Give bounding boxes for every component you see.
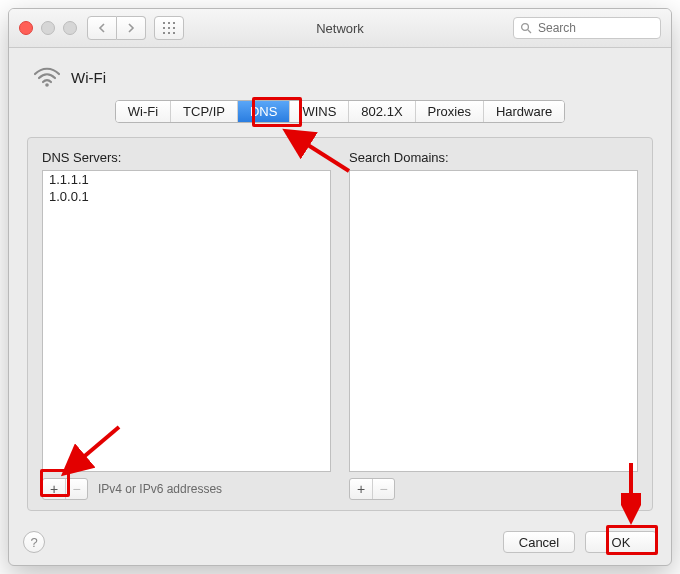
tab-bar: Wi-Fi TCP/IP DNS WINS 802.1X Proxies Har… (115, 100, 566, 123)
back-button[interactable] (87, 16, 117, 40)
search-field[interactable] (513, 17, 661, 39)
svg-rect-1 (168, 22, 170, 24)
tab-tcpip[interactable]: TCP/IP (171, 101, 238, 122)
search-domains-list[interactable] (349, 170, 638, 472)
show-all-button[interactable] (154, 16, 184, 40)
remove-dns-server-button[interactable]: − (65, 479, 87, 499)
ok-button[interactable]: OK (585, 531, 657, 553)
tab-dns[interactable]: DNS (238, 101, 290, 122)
chevron-right-icon (127, 23, 135, 33)
dns-servers-list[interactable]: 1.1.1.11.0.0.1 (42, 170, 331, 472)
cancel-button[interactable]: Cancel (503, 531, 575, 553)
svg-line-10 (528, 30, 531, 33)
connection-name: Wi-Fi (71, 69, 106, 86)
search-domains-column: Search Domains: + − (349, 150, 638, 500)
svg-rect-2 (173, 22, 175, 24)
window-controls (19, 21, 77, 35)
svg-rect-4 (168, 27, 170, 29)
search-icon (520, 22, 532, 34)
search-domains-pm: + − (349, 478, 395, 500)
body: Wi-Fi Wi-Fi TCP/IP DNS WINS 802.1X Proxi… (9, 48, 671, 523)
tab-wifi[interactable]: Wi-Fi (116, 101, 171, 122)
wifi-icon (33, 66, 61, 88)
svg-rect-5 (173, 27, 175, 29)
tab-wins[interactable]: WINS (290, 101, 349, 122)
svg-rect-6 (163, 32, 165, 34)
network-preferences-window: Network Wi-Fi Wi-Fi TCP/IP DNS WINS 802.… (8, 8, 672, 566)
dns-servers-column: DNS Servers: 1.1.1.11.0.0.1 + − IPv4 or … (42, 150, 331, 500)
footer: ? Cancel OK (9, 523, 671, 565)
dns-panel: DNS Servers: 1.1.1.11.0.0.1 + − IPv4 or … (27, 137, 653, 511)
svg-point-9 (522, 24, 529, 31)
dns-servers-pm: + − (42, 478, 88, 500)
search-domains-label: Search Domains: (349, 150, 638, 165)
forward-button[interactable] (117, 16, 146, 40)
connection-header: Wi-Fi (33, 66, 653, 88)
titlebar: Network (9, 9, 671, 48)
tab-proxies[interactable]: Proxies (416, 101, 484, 122)
search-input[interactable] (536, 20, 654, 36)
dns-server-item[interactable]: 1.0.0.1 (43, 188, 330, 205)
close-window-button[interactable] (19, 21, 33, 35)
help-button[interactable]: ? (23, 531, 45, 553)
add-dns-server-button[interactable]: + (43, 479, 65, 499)
zoom-window-button[interactable] (63, 21, 77, 35)
tab-8021x[interactable]: 802.1X (349, 101, 415, 122)
svg-point-11 (45, 83, 49, 87)
svg-rect-7 (168, 32, 170, 34)
nav-buttons (87, 16, 146, 40)
chevron-left-icon (98, 23, 106, 33)
minimize-window-button[interactable] (41, 21, 55, 35)
dns-server-item[interactable]: 1.1.1.1 (43, 171, 330, 188)
remove-search-domain-button[interactable]: − (372, 479, 394, 499)
dns-hint: IPv4 or IPv6 addresses (98, 482, 222, 496)
grid-icon (163, 22, 175, 34)
svg-rect-3 (163, 27, 165, 29)
add-search-domain-button[interactable]: + (350, 479, 372, 499)
svg-rect-0 (163, 22, 165, 24)
dns-servers-label: DNS Servers: (42, 150, 331, 165)
tab-hardware[interactable]: Hardware (484, 101, 564, 122)
svg-rect-8 (173, 32, 175, 34)
